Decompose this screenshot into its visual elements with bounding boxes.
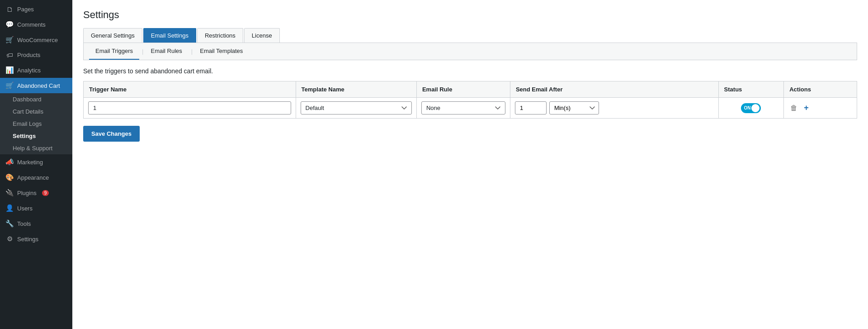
col-template-name: Template Name bbox=[296, 81, 416, 98]
tab-license[interactable]: License bbox=[244, 28, 280, 43]
sidebar-submenu: Dashboard Cart Details Email Logs Settin… bbox=[0, 93, 72, 154]
cell-email-rule: None bbox=[416, 98, 510, 119]
sidebar-item-products-label: Products bbox=[17, 52, 40, 58]
sidebar-item-settings-main-label: Settings bbox=[17, 236, 38, 243]
sidebar-item-pages[interactable]: 🗋 Pages bbox=[0, 2, 72, 17]
sidebar-item-abandoned-cart-label: Abandoned Cart bbox=[17, 82, 60, 89]
sidebar-submenu-email-logs-label: Email Logs bbox=[13, 120, 42, 127]
sidebar-item-comments[interactable]: 💬 Comments bbox=[0, 17, 72, 32]
cell-status: ON bbox=[718, 98, 784, 119]
sidebar-item-appearance-label: Appearance bbox=[17, 174, 49, 181]
add-trigger-button[interactable]: + bbox=[802, 101, 811, 114]
sidebar-submenu-dashboard-label: Dashboard bbox=[13, 96, 42, 103]
sidebar-item-users[interactable]: 👤 Users bbox=[0, 200, 72, 216]
top-tabs: General Settings Email Settings Restrict… bbox=[83, 28, 857, 43]
sidebar-item-analytics[interactable]: 📊 Analytics bbox=[0, 62, 72, 78]
section-description: Set the triggers to send abandoned cart … bbox=[83, 67, 857, 75]
sub-tab-email-rules[interactable]: Email Rules bbox=[144, 43, 188, 60]
sub-tab-divider-1: | bbox=[141, 48, 144, 55]
woocommerce-icon: 🛒 bbox=[5, 36, 14, 44]
sidebar-item-appearance[interactable]: 🎨 Appearance bbox=[0, 170, 72, 185]
cell-trigger-name bbox=[84, 98, 296, 119]
sidebar-item-plugins[interactable]: 🔌 Plugins 9 bbox=[0, 185, 72, 200]
col-status: Status bbox=[718, 81, 784, 98]
email-rule-select[interactable]: None bbox=[421, 101, 505, 114]
main-content: Settings General Settings Email Settings… bbox=[72, 0, 868, 329]
sidebar-item-tools-label: Tools bbox=[17, 220, 31, 227]
plugins-icon: 🔌 bbox=[5, 189, 14, 197]
products-icon: 🏷 bbox=[5, 51, 14, 59]
sidebar-submenu-help-support-label: Help & Support bbox=[13, 145, 52, 152]
col-trigger-name: Trigger Name bbox=[84, 81, 296, 98]
sidebar-item-dashboard[interactable]: Dashboard bbox=[0, 93, 72, 105]
sidebar-item-cart-details[interactable]: Cart Details bbox=[0, 105, 72, 118]
toggle-on-label: ON bbox=[744, 105, 750, 110]
table-body: Default None Min(s) Hour(s) bbox=[84, 98, 857, 119]
cell-actions: 🗑 + bbox=[784, 98, 857, 119]
sub-tabs: Email Triggers | Email Rules | Email Tem… bbox=[83, 43, 857, 60]
sub-tab-email-triggers[interactable]: Email Triggers bbox=[89, 43, 139, 60]
sidebar-item-users-label: Users bbox=[17, 205, 33, 212]
trigger-table: Trigger Name Template Name Email Rule Se… bbox=[83, 81, 857, 119]
marketing-icon: 📣 bbox=[5, 158, 14, 166]
sidebar-item-tools[interactable]: 🔧 Tools bbox=[0, 216, 72, 231]
users-icon: 👤 bbox=[5, 204, 14, 212]
status-toggle[interactable]: ON bbox=[741, 103, 761, 113]
page-title: Settings bbox=[83, 9, 857, 21]
sidebar-item-marketing[interactable]: 📣 Marketing bbox=[0, 154, 72, 170]
col-email-rule: Email Rule bbox=[416, 81, 510, 98]
analytics-icon: 📊 bbox=[5, 66, 14, 74]
col-actions: Actions bbox=[784, 81, 857, 98]
sidebar-item-woocommerce[interactable]: 🛒 WooCommerce bbox=[0, 32, 72, 48]
status-toggle-wrapper: ON bbox=[723, 103, 779, 113]
col-send-email-after: Send Email After bbox=[510, 81, 718, 98]
send-after-unit-select[interactable]: Min(s) Hour(s) Day(s) bbox=[549, 101, 599, 114]
sidebar-item-email-logs[interactable]: Email Logs bbox=[0, 118, 72, 130]
send-after-value-input[interactable] bbox=[515, 101, 547, 114]
comments-icon: 💬 bbox=[5, 20, 14, 29]
settings-icon: ⚙ bbox=[5, 235, 14, 243]
table-row: Default None Min(s) Hour(s) bbox=[84, 98, 857, 119]
tab-restrictions[interactable]: Restrictions bbox=[197, 28, 243, 43]
delete-trigger-button[interactable]: 🗑 bbox=[788, 102, 799, 114]
cell-send-after: Min(s) Hour(s) Day(s) bbox=[510, 98, 718, 119]
tools-icon: 🔧 bbox=[5, 219, 14, 228]
sidebar-item-comments-label: Comments bbox=[17, 21, 46, 28]
pages-icon: 🗋 bbox=[5, 5, 14, 13]
sidebar-submenu-settings-label: Settings bbox=[13, 133, 36, 139]
sub-tab-email-templates[interactable]: Email Templates bbox=[193, 43, 249, 60]
sidebar-item-woocommerce-label: WooCommerce bbox=[17, 37, 58, 43]
sidebar-item-marketing-label: Marketing bbox=[17, 159, 43, 166]
sidebar: 🗋 Pages 💬 Comments 🛒 WooCommerce 🏷 Produ… bbox=[0, 0, 72, 329]
save-changes-button[interactable]: Save Changes bbox=[83, 126, 140, 142]
content-area: Settings General Settings Email Settings… bbox=[72, 0, 868, 329]
abandoned-cart-icon: 🛒 bbox=[5, 81, 14, 90]
trigger-name-input[interactable] bbox=[88, 101, 291, 114]
sidebar-item-analytics-label: Analytics bbox=[17, 67, 41, 74]
plugins-badge: 9 bbox=[42, 190, 49, 196]
action-buttons: 🗑 + bbox=[788, 101, 852, 114]
sidebar-item-settings-sub[interactable]: Settings bbox=[0, 130, 72, 142]
sub-tab-divider-2: | bbox=[190, 48, 193, 55]
tab-email-settings[interactable]: Email Settings bbox=[143, 28, 196, 43]
sidebar-submenu-cart-details-label: Cart Details bbox=[13, 108, 43, 115]
appearance-icon: 🎨 bbox=[5, 173, 14, 181]
tab-general-settings[interactable]: General Settings bbox=[83, 28, 142, 43]
sidebar-item-settings-main[interactable]: ⚙ Settings bbox=[0, 231, 72, 247]
sidebar-item-help-support[interactable]: Help & Support bbox=[0, 142, 72, 154]
sidebar-item-abandoned-cart[interactable]: 🛒 Abandoned Cart bbox=[0, 78, 72, 93]
sidebar-item-products[interactable]: 🏷 Products bbox=[0, 48, 72, 62]
sidebar-item-plugins-label: Plugins bbox=[17, 190, 37, 196]
cell-template-name: Default bbox=[296, 98, 416, 119]
table-header: Trigger Name Template Name Email Rule Se… bbox=[84, 81, 857, 98]
send-after-wrapper: Min(s) Hour(s) Day(s) bbox=[515, 101, 714, 114]
template-name-select[interactable]: Default bbox=[301, 101, 412, 114]
sidebar-item-pages-label: Pages bbox=[17, 6, 34, 13]
